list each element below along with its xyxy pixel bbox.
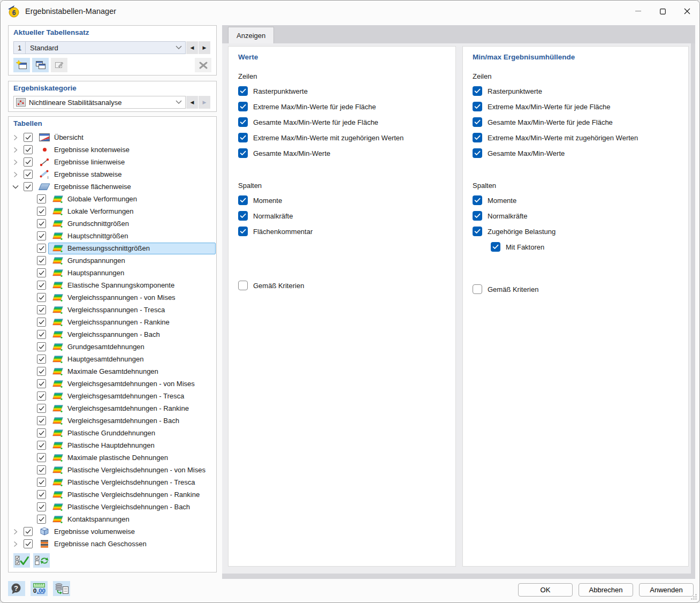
tree-item-content[interactable]: Ergebnisse knotenweise (35, 144, 216, 156)
tree-item-checkbox[interactable] (37, 207, 46, 216)
new-table-set-button[interactable] (13, 58, 30, 72)
select-all-tables-button[interactable] (13, 553, 30, 568)
tree-item-content[interactable]: Vergleichsspannungen - Bach (48, 329, 216, 341)
tree-item-checkbox[interactable] (37, 478, 46, 487)
checkbox-zugeh-rige-belastung[interactable] (473, 227, 482, 236)
tree-item-ergebnisse-linienweise[interactable]: Ergebnisse linienweise (9, 156, 216, 168)
tree-item-vergleichsspannungen-tresca[interactable]: Vergleichsspannungen - Tresca (9, 304, 216, 316)
tree-item-kontaktspannungen[interactable]: Kontaktspannungen (9, 513, 216, 525)
tree-item-ergebnisse-volumenweise[interactable]: Ergebnisse volumenweise (9, 525, 216, 538)
tree-item-vergleichsgesamtdehnungen-von-mises[interactable]: Vergleichsgesamtdehnungen - von Mises (9, 378, 216, 390)
tree-item-checkbox[interactable] (37, 502, 46, 511)
tree-item-content[interactable]: Plastische Hauptdehnungen (48, 440, 216, 451)
tree-item-content[interactable]: Ergebnisse nach Geschossen (35, 538, 216, 550)
tree-item-checkbox[interactable] (37, 490, 46, 499)
tree-item-content[interactable]: Vergleichsgesamtdehnungen - Tresca (48, 390, 216, 402)
checkbox-gesamte-max-min-werte-f-r-jede-fl-che[interactable] (473, 117, 482, 127)
tree-item-content[interactable]: Vergleichsgesamtdehnungen - Rankine (48, 403, 216, 414)
tree-item-content[interactable]: Maximale Gesamtdehnungen (48, 366, 216, 378)
tree-item-checkbox[interactable] (37, 268, 46, 277)
tree-item-checkbox[interactable] (24, 527, 33, 536)
tree-item-checkbox[interactable] (37, 244, 46, 253)
tree-item-elastische-spannungskomponente[interactable]: Elastische Spannungskomponente (9, 279, 216, 291)
tree-item-content[interactable]: Maximale plastische Dehnungen (48, 452, 216, 464)
tree-item-content[interactable]: Hauptgesamtdehnungen (48, 353, 216, 365)
checkbox-gesamte-max-min-werte[interactable] (238, 148, 248, 158)
tree-item-grundgesamtdehnungen[interactable]: Grundgesamtdehnungen (9, 341, 216, 353)
table-set-prev-button[interactable]: ◀ (186, 41, 198, 54)
help-button[interactable]: ? (8, 581, 25, 596)
invert-table-selection-button[interactable] (33, 553, 50, 568)
tree-item-checkbox[interactable] (37, 293, 46, 302)
checkbox-rasterpunktwerte[interactable] (238, 86, 248, 96)
chevron-right-icon[interactable] (12, 529, 19, 535)
tree-item-plastische-vergleichsdehnungen-bach[interactable]: Plastische Vergleichsdehnungen - Bach (9, 501, 216, 513)
copy-table-set-button[interactable] (32, 58, 49, 72)
tree-item-maximale-plastische-dehnungen[interactable]: Maximale plastische Dehnungen (9, 451, 216, 464)
result-category-select[interactable]: Nichtlineare Stabilitätsanalyse (13, 96, 186, 109)
checkbox-gem-kriterien[interactable] (473, 284, 482, 294)
tree-item-content[interactable]: Plastische Vergleichsdehnungen - Rankine (48, 489, 216, 501)
tree-item-content[interactable]: Ergebnisse linienweise (35, 156, 216, 168)
tree-item-checkbox[interactable] (37, 379, 46, 388)
tree-item-checkbox[interactable] (37, 256, 46, 265)
tree-item-checkbox[interactable] (37, 515, 46, 524)
tree-item-checkbox[interactable] (37, 367, 46, 376)
tree-item-checkbox[interactable] (37, 416, 46, 425)
tree-item-bersicht[interactable]: Übersicht (9, 131, 216, 144)
tree-item-checkbox[interactable] (37, 465, 46, 474)
checkbox-extreme-max-min-werte-mit-zugeh-rigen-werten[interactable] (238, 133, 248, 142)
tree-item-plastische-vergleichsdehnungen-von-mises[interactable]: Plastische Vergleichsdehnungen - von Mis… (9, 464, 216, 476)
tree-item-ergebnisse-knotenweise[interactable]: Ergebnisse knotenweise (9, 144, 216, 156)
checkbox-gem-kriterien[interactable] (238, 281, 248, 290)
checkbox-fl-chenkommentar[interactable] (238, 227, 248, 236)
tree-item-vergleichsgesamtdehnungen-bach[interactable]: Vergleichsgesamtdehnungen - Bach (9, 414, 216, 427)
tree-item-content[interactable]: IErgebnisse stabweise (35, 169, 216, 180)
resize-grip[interactable] (690, 593, 697, 600)
checkbox-rasterpunktwerte[interactable] (473, 86, 482, 96)
tree-item-ergebnisse-stabweise[interactable]: IErgebnisse stabweise (9, 168, 216, 180)
tree-item-checkbox[interactable] (37, 281, 46, 290)
checkbox-gesamte-max-min-werte-f-r-jede-fl-che[interactable] (238, 117, 248, 127)
tree-item-checkbox[interactable] (37, 330, 46, 339)
tree-item-checkbox[interactable] (37, 194, 46, 203)
tree-item-content[interactable]: Bemessungsschnittgrößen (48, 243, 216, 254)
chevron-down-icon[interactable] (12, 185, 19, 189)
tree-item-ergebnisse-nach-geschossen[interactable]: Ergebnisse nach Geschossen (9, 538, 216, 550)
tree-item-content[interactable]: Elastische Spannungskomponente (48, 280, 216, 291)
tree-item-content[interactable]: Übersicht (35, 132, 216, 144)
tree-item-checkbox[interactable] (37, 428, 46, 438)
checkbox-momente[interactable] (238, 195, 248, 205)
tree-item-checkbox[interactable] (24, 539, 33, 548)
tree-item-hauptschnittgr-en[interactable]: Hauptschnittgrößen (9, 230, 216, 242)
tab-anzeigen[interactable]: Anzeigen (228, 27, 274, 43)
tree-item-content[interactable]: Grundschnittgrößen (48, 218, 216, 230)
tree-item-hauptspannungen[interactable]: Hauptspannungen (9, 267, 216, 279)
tree-item-checkbox[interactable] (24, 145, 33, 154)
tree-item-content[interactable]: Ergebnisse volumenweise (35, 526, 216, 538)
tree-item-plastische-vergleichsdehnungen-rankine[interactable]: Plastische Vergleichsdehnungen - Rankine (9, 488, 216, 501)
ok-button[interactable]: OK (518, 583, 573, 597)
tree-item-vergleichsspannungen-bach[interactable]: Vergleichsspannungen - Bach (9, 328, 216, 341)
chevron-right-icon[interactable] (12, 541, 19, 547)
tree-item-globale-verformungen[interactable]: Globale Verformungen (9, 193, 216, 205)
checkbox-extreme-max-min-werte-mit-zugeh-rigen-werten[interactable] (473, 133, 482, 142)
tree-item-vergleichsspannungen-von-mises[interactable]: Vergleichsspannungen - von Mises (9, 291, 216, 304)
tree-item-checkbox[interactable] (24, 182, 33, 191)
checkbox-normalkr-fte[interactable] (238, 211, 248, 221)
import-export-settings-button[interactable] (53, 581, 70, 596)
maximize-button[interactable] (650, 1, 675, 22)
tree-item-checkbox[interactable] (24, 133, 33, 142)
tree-item-content[interactable]: Plastische Vergleichsdehnungen - Tresca (48, 477, 216, 488)
table-set-next-button[interactable]: ▶ (199, 41, 210, 54)
tree-item-checkbox[interactable] (37, 318, 46, 327)
chevron-right-icon[interactable] (12, 147, 19, 153)
tree-item-grundspannungen[interactable]: Grundspannungen (9, 254, 216, 267)
units-settings-button[interactable]: 0 ,00 (31, 581, 48, 596)
tree-item-plastische-grunddehnungen[interactable]: Plastische Grunddehnungen (9, 427, 216, 439)
tree-item-content[interactable]: Grundgesamtdehnungen (48, 341, 216, 353)
checkbox-extreme-max-min-werte-f-r-jede-fl-che[interactable] (473, 102, 482, 111)
tree-item-content[interactable]: Globale Verformungen (48, 193, 216, 205)
tree-item-checkbox[interactable] (24, 157, 33, 167)
close-button[interactable] (675, 1, 699, 22)
